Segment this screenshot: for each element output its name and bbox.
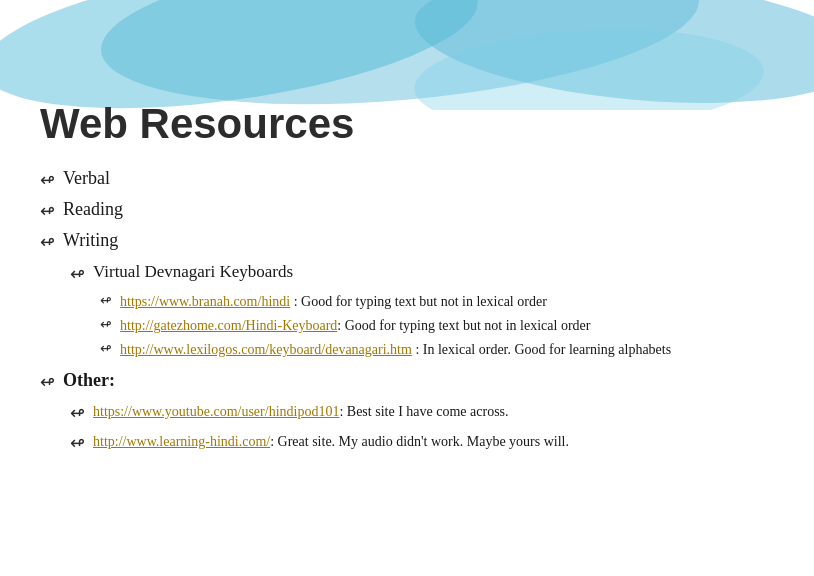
keyboard-links-list: ↫ https://www.branah.com/hindi : Good fo… bbox=[100, 291, 774, 360]
bullet-icon-verbal: ↫ bbox=[40, 168, 55, 193]
other-section: ↫ Other: ↫ https://www.youtube.com/user/… bbox=[40, 370, 774, 457]
bullet-icon-reading: ↫ bbox=[40, 199, 55, 224]
kb2-text: http://gatezhome.com/Hindi-Keyboard: Goo… bbox=[120, 315, 590, 336]
other1-suffix: : Best site I have come across. bbox=[339, 404, 508, 419]
other2-suffix: : Great site. My audio didn't work. Mayb… bbox=[270, 434, 569, 449]
kb2-link[interactable]: http://gatezhome.com/Hindi-Keyboard bbox=[120, 318, 337, 333]
keyboard-link-2: ↫ http://gatezhome.com/Hindi-Keyboard: G… bbox=[100, 315, 774, 336]
wave-2 bbox=[95, 0, 706, 110]
other1-link[interactable]: https://www.youtube.com/user/hindipod101 bbox=[93, 404, 339, 419]
bullet-icon-kb1: ↫ bbox=[100, 291, 112, 311]
kb3-text: http://www.lexilogos.com/keyboard/devana… bbox=[120, 339, 671, 360]
bullet-icon-other2: ↫ bbox=[70, 431, 85, 456]
kb2-suffix: : Good for typing text but not in lexica… bbox=[337, 318, 590, 333]
keyboard-link-1: ↫ https://www.branah.com/hindi : Good fo… bbox=[100, 291, 774, 312]
keyboard-link-3: ↫ http://www.lexilogos.com/keyboard/deva… bbox=[100, 339, 774, 360]
other-links-list: ↫ https://www.youtube.com/user/hindipod1… bbox=[70, 401, 774, 456]
kb1-suffix: : Good for typing text but not in lexica… bbox=[290, 294, 547, 309]
wave-1 bbox=[0, 0, 487, 110]
bullet-icon-kb2: ↫ bbox=[100, 315, 112, 335]
kb1-link[interactable]: https://www.branah.com/hindi bbox=[120, 294, 290, 309]
bullet-other: ↫ Other: bbox=[40, 370, 774, 395]
wave-3 bbox=[410, 0, 814, 110]
label-verbal: Verbal bbox=[63, 168, 110, 189]
label-virtual-keyboards: Virtual Devnagari Keyboards bbox=[93, 262, 293, 282]
wave-4 bbox=[412, 21, 767, 110]
kb1-text: https://www.branah.com/hindi : Good for … bbox=[120, 291, 547, 312]
other2-text: http://www.learning-hindi.com/: Great si… bbox=[93, 431, 569, 452]
main-content: Web Resources ↫ Verbal ↫ Reading ↫ Writi… bbox=[40, 100, 774, 556]
bullet-icon-virtual: ↫ bbox=[70, 262, 85, 287]
writing-sub-list: ↫ Virtual Devnagari Keyboards ↫ https://… bbox=[70, 262, 774, 360]
label-reading: Reading bbox=[63, 199, 123, 220]
other-link-1: ↫ https://www.youtube.com/user/hindipod1… bbox=[70, 401, 774, 426]
bullet-icon-other1: ↫ bbox=[70, 401, 85, 426]
bullet-reading: ↫ Reading bbox=[40, 199, 774, 224]
top-decoration bbox=[0, 0, 814, 110]
sub-virtual-keyboards: ↫ Virtual Devnagari Keyboards bbox=[70, 262, 774, 287]
bullet-writing: ↫ Writing bbox=[40, 230, 774, 255]
bullet-icon-other: ↫ bbox=[40, 370, 55, 395]
bullet-icon-writing: ↫ bbox=[40, 230, 55, 255]
bullet-icon-kb3: ↫ bbox=[100, 339, 112, 359]
page-title: Web Resources bbox=[40, 100, 774, 148]
label-other: Other: bbox=[63, 370, 115, 391]
other-link-2: ↫ http://www.learning-hindi.com/: Great … bbox=[70, 431, 774, 456]
label-writing: Writing bbox=[63, 230, 118, 251]
kb3-suffix: : In lexical order. Good for learning al… bbox=[412, 342, 671, 357]
kb3-link[interactable]: http://www.lexilogos.com/keyboard/devana… bbox=[120, 342, 412, 357]
other2-link[interactable]: http://www.learning-hindi.com/ bbox=[93, 434, 270, 449]
bullet-verbal: ↫ Verbal bbox=[40, 168, 774, 193]
other1-text: https://www.youtube.com/user/hindipod101… bbox=[93, 401, 509, 422]
